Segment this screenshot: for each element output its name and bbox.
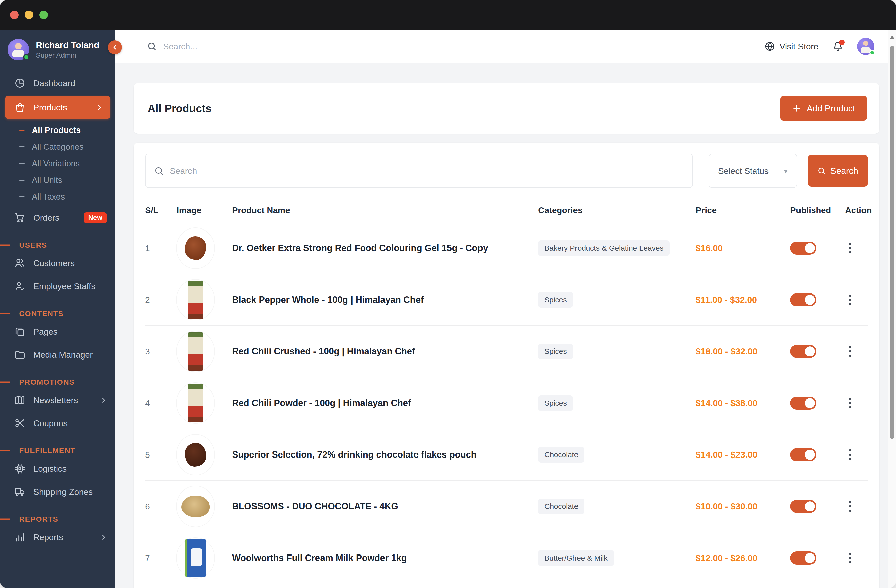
product-image	[177, 331, 215, 372]
row-actions-button[interactable]	[845, 449, 855, 460]
visit-store-label: Visit Store	[780, 41, 818, 52]
row-serial: 4	[145, 398, 177, 408]
product-image	[177, 383, 215, 423]
topbar-avatar[interactable]	[857, 38, 874, 55]
sidebar-item-media-manager[interactable]: Media Manager	[0, 343, 116, 366]
product-image	[177, 228, 215, 268]
sidebar-subitem-all-units[interactable]: All Units	[0, 172, 116, 189]
sidebar-collapse-button[interactable]	[108, 40, 122, 55]
category-badge: Spices	[538, 344, 573, 359]
table-search-input[interactable]	[169, 166, 684, 176]
table-row-partial	[145, 584, 868, 588]
category-badge: Spices	[538, 395, 573, 411]
sidebar-item-customers[interactable]: Customers	[0, 251, 116, 274]
row-serial: 6	[145, 501, 177, 512]
truck-icon	[14, 486, 26, 498]
product-price: $14.00 - $23.00	[696, 450, 790, 460]
scissors-icon	[14, 417, 26, 429]
row-actions-button[interactable]	[845, 501, 855, 512]
sidebar-subitem-all-taxes[interactable]: All Taxes	[0, 189, 116, 205]
col-header-price: Price	[696, 205, 790, 215]
sidebar-subitem-all-variations[interactable]: All Variations	[0, 155, 116, 172]
visit-store-link[interactable]: Visit Store	[765, 41, 818, 52]
sidebar-subitem-all-products[interactable]: All Products	[0, 122, 116, 139]
sidebar-item-products[interactable]: Products	[5, 96, 110, 119]
sidebar-item-label: Products	[33, 102, 67, 112]
row-actions-button[interactable]	[845, 398, 855, 408]
user-avatar	[8, 39, 29, 61]
published-toggle[interactable]	[790, 345, 817, 358]
sidebar-item-shipping-zones[interactable]: Shipping Zones	[0, 480, 116, 503]
page-title: All Products	[148, 102, 212, 115]
product-name[interactable]: Red Chili Powder - 100g | Himalayan Chef	[232, 397, 538, 409]
users-icon	[14, 257, 26, 269]
subitem-label: All Variations	[32, 159, 79, 168]
row-actions-button[interactable]	[845, 346, 855, 357]
row-actions-button[interactable]	[845, 294, 855, 305]
published-toggle[interactable]	[790, 396, 817, 410]
add-product-button[interactable]: Add Product	[780, 96, 867, 121]
table-row: 7 Woolworths Full Cream Milk Powder 1kg …	[145, 532, 868, 584]
close-window-button[interactable]	[10, 11, 19, 19]
sidebar-item-label: Coupons	[33, 419, 67, 428]
published-toggle[interactable]	[790, 242, 817, 255]
subitem-label: All Products	[32, 125, 81, 135]
product-name[interactable]: BLOSSOMS - DUO CHOCOLATE - 4KG	[232, 501, 538, 512]
row-serial: 2	[145, 295, 177, 305]
sidebar-item-orders[interactable]: Orders New	[0, 206, 116, 229]
main-content: All Products Add Product Select Status ▾…	[116, 63, 888, 588]
user-profile[interactable]: Richard Toland Super Admin	[0, 30, 116, 61]
sidebar-item-newsletters[interactable]: Newsletters	[0, 388, 116, 412]
user-name: Richard Toland	[36, 40, 99, 50]
row-actions-button[interactable]	[845, 553, 855, 563]
sidebar-item-reports[interactable]: Reports	[0, 526, 116, 549]
scrollbar-thumb[interactable]	[890, 46, 894, 439]
scrollbar[interactable]	[888, 30, 896, 588]
sidebar-item-dashboard[interactable]: Dashboard	[0, 72, 116, 95]
product-name[interactable]: Black Pepper Whole - 100g | Himalayan Ch…	[232, 294, 538, 306]
sidebar-section-fulfillment: FULFILLMENT	[0, 446, 116, 455]
dash-icon	[19, 196, 25, 197]
row-actions-button[interactable]	[845, 243, 855, 253]
published-toggle[interactable]	[790, 448, 817, 461]
sidebar-section-contents: CONTENTS	[0, 309, 116, 318]
search-button[interactable]: Search	[808, 155, 868, 187]
product-name[interactable]: Woolworths Full Cream Milk Powder 1kg	[232, 552, 538, 564]
sidebar-item-logistics[interactable]: Logistics	[0, 457, 116, 480]
global-search-input[interactable]	[163, 41, 340, 52]
sidebar-item-pages[interactable]: Pages	[0, 320, 116, 343]
col-header-image: Image	[177, 205, 232, 215]
product-image	[177, 434, 215, 475]
minimize-window-button[interactable]	[25, 11, 33, 19]
col-header-published: Published	[790, 205, 845, 215]
scrollbar-up-arrow[interactable]	[890, 35, 894, 39]
published-toggle[interactable]	[790, 293, 817, 306]
app-window: Richard Toland Super Admin Dashboard Pro…	[0, 0, 896, 588]
chevron-right-icon	[100, 533, 107, 541]
table-search-field[interactable]	[145, 154, 693, 188]
published-toggle[interactable]	[790, 500, 817, 513]
topbar: Visit Store	[116, 30, 888, 64]
global-search[interactable]	[147, 41, 765, 52]
sidebar-item-label: Orders	[33, 213, 59, 223]
sidebar: Richard Toland Super Admin Dashboard Pro…	[0, 30, 116, 588]
sidebar-item-coupons[interactable]: Coupons	[0, 412, 116, 435]
category-badge: Spices	[538, 292, 573, 308]
window-titlebar	[0, 0, 896, 30]
row-serial: 5	[145, 450, 177, 460]
caret-down-icon: ▾	[784, 166, 788, 175]
product-price: $12.00 - $26.00	[696, 553, 790, 563]
sidebar-item-employee-staffs[interactable]: Employee Staffs	[0, 274, 116, 298]
product-name[interactable]: Dr. Oetker Extra Strong Red Food Colouri…	[232, 242, 538, 254]
published-toggle[interactable]	[790, 551, 817, 565]
notifications-button[interactable]	[832, 41, 844, 52]
row-serial: 3	[145, 347, 177, 356]
product-name[interactable]: Red Chili Crushed - 100g | Himalayan Che…	[232, 346, 538, 358]
status-select[interactable]: Select Status ▾	[709, 154, 797, 188]
status-select-value: Select Status	[718, 166, 768, 176]
search-button-label: Search	[830, 166, 858, 176]
dash-icon	[19, 146, 25, 148]
sidebar-subitem-all-categories[interactable]: All Categories	[0, 139, 116, 155]
product-name[interactable]: Superior Selection, 72% drinking chocola…	[232, 449, 538, 461]
zoom-window-button[interactable]	[39, 11, 48, 19]
